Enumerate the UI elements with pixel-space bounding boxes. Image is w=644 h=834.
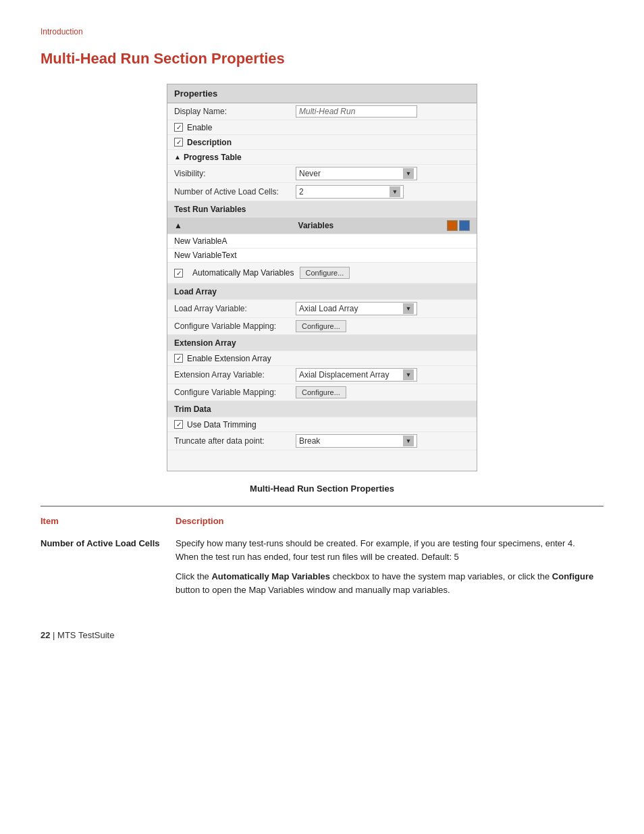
- auto-map-label: Automatically Map Variables: [192, 268, 294, 278]
- truncate-row: Truncate after data point: Break ▼: [167, 432, 477, 450]
- enable-checkbox[interactable]: ✓: [174, 123, 183, 132]
- active-load-cells-selected-value: 2: [299, 187, 304, 197]
- visibility-value-col: Never ▼: [296, 167, 470, 180]
- auto-map-checkbox[interactable]: ✓: [174, 269, 183, 278]
- table-desc-1-para-2: Click the Automatically Map Variables ch…: [176, 570, 598, 596]
- extension-dropdown-arrow-icon: ▼: [403, 369, 414, 380]
- variable-row-1: New VariableA: [167, 234, 477, 249]
- load-array-configure-button[interactable]: Configure...: [296, 320, 346, 332]
- table-header-row: Item Description: [41, 511, 603, 530]
- panel-bottom-padding: [167, 450, 477, 471]
- enable-extension-row: ✓ Enable Extension Array: [167, 351, 477, 366]
- trim-data-header: Trim Data: [167, 401, 477, 417]
- extension-configure-label: Configure Variable Mapping:: [174, 388, 296, 397]
- load-array-dropdown-arrow-icon: ▼: [403, 303, 414, 314]
- progress-table-label: Progress Table: [184, 153, 242, 162]
- display-name-input[interactable]: Multi-Head Run: [296, 105, 417, 118]
- extension-configure-row: Configure Variable Mapping: Configure...: [167, 384, 477, 401]
- load-array-header: Load Array: [167, 284, 477, 300]
- variable-buttons: [447, 220, 470, 231]
- extension-configure-button[interactable]: Configure...: [296, 386, 346, 398]
- variables-sub-header: ▲ Variables: [167, 217, 477, 234]
- use-data-trimming-label: Use Data Trimming: [187, 420, 257, 429]
- load-array-variable-row: Load Array Variable: Axial Load Array ▼: [167, 300, 477, 318]
- visibility-label: Visibility:: [174, 169, 296, 178]
- properties-panel: Properties Display Name: Multi-Head Run …: [167, 84, 477, 471]
- active-load-cells-select[interactable]: 2 ▼: [296, 185, 404, 199]
- use-data-trimming-checkbox[interactable]: ✓: [174, 420, 183, 429]
- footer: 22 | MTS TestSuite: [41, 630, 603, 640]
- load-array-configure-value-col: Configure...: [296, 320, 470, 332]
- description-label: Description: [187, 138, 232, 147]
- display-name-label: Display Name:: [174, 107, 296, 116]
- load-array-variable-select[interactable]: Axial Load Array ▼: [296, 302, 417, 315]
- active-load-cells-value-col: 2 ▼: [296, 185, 470, 199]
- active-load-cells-label: Number of Active Load Cells:: [174, 187, 296, 197]
- load-array-variable-selected-value: Axial Load Array: [299, 304, 358, 313]
- enable-extension-checkbox[interactable]: ✓: [174, 354, 183, 363]
- use-data-trimming-row: ✓ Use Data Trimming: [167, 417, 477, 432]
- enable-row: ✓ Enable: [167, 120, 477, 135]
- variable-row-2: New VariableText: [167, 249, 477, 263]
- figure-caption: Multi-Head Run Section Properties: [41, 484, 603, 494]
- table-desc-1: Specify how many test-runs should be cre…: [176, 530, 603, 603]
- active-load-cells-row: Number of Active Load Cells: 2 ▼: [167, 183, 477, 201]
- manage-variable-icon[interactable]: [459, 220, 470, 231]
- collapse-arrow-icon: ▲: [174, 153, 181, 161]
- auto-map-configure-button[interactable]: Configure...: [300, 267, 350, 279]
- col1-header: Item: [41, 511, 176, 530]
- truncate-select[interactable]: Break ▼: [296, 434, 417, 448]
- display-name-value-col: Multi-Head Run: [296, 105, 470, 118]
- load-array-configure-label: Configure Variable Mapping:: [174, 321, 296, 331]
- extension-variable-label: Extension Array Variable:: [174, 370, 296, 380]
- enable-extension-label: Enable Extension Array: [187, 354, 271, 363]
- active-load-cells-dropdown-arrow-icon: ▼: [390, 186, 400, 197]
- description-table: Item Description Number of Active Load C…: [41, 511, 603, 603]
- load-array-variable-value-col: Axial Load Array ▼: [296, 302, 470, 315]
- table-item-1: Number of Active Load Cells: [41, 530, 176, 603]
- extension-variable-value-col: Axial Displacement Array ▼: [296, 368, 470, 382]
- page-number: 22: [41, 630, 50, 640]
- progress-table-row: ▲ Progress Table: [167, 150, 477, 165]
- extension-configure-value-col: Configure...: [296, 386, 470, 398]
- display-name-row: Display Name: Multi-Head Run: [167, 103, 477, 120]
- description-row: ✓ Description: [167, 135, 477, 150]
- description-checkbox[interactable]: ✓: [174, 138, 183, 147]
- auto-map-bold: Automatically Map Variables: [211, 571, 330, 581]
- table-desc-1-para-1: Specify how many test-runs should be cre…: [176, 537, 598, 563]
- truncate-dropdown-arrow-icon: ▼: [403, 436, 414, 446]
- auto-map-row: ✓ Automatically Map Variables Configure.…: [167, 263, 477, 284]
- variables-header-label: Variables: [298, 221, 334, 230]
- product-name: MTS TestSuite: [57, 630, 114, 640]
- enable-label: Enable: [187, 123, 212, 132]
- load-array-variable-label: Load Array Variable:: [174, 304, 296, 313]
- visibility-selected-value: Never: [299, 169, 321, 178]
- variables-collapse-icon: ▲: [174, 221, 182, 230]
- visibility-row: Visibility: Never ▼: [167, 165, 477, 183]
- extension-variable-selected-value: Axial Displacement Array: [299, 370, 389, 380]
- truncate-selected-value: Break: [299, 436, 320, 446]
- breadcrumb: Introduction: [41, 27, 603, 36]
- extension-variable-row: Extension Array Variable: Axial Displace…: [167, 366, 477, 384]
- page-title: Multi-Head Run Section Properties: [41, 50, 603, 68]
- visibility-select[interactable]: Never ▼: [296, 167, 417, 180]
- visibility-dropdown-arrow-icon: ▼: [403, 168, 414, 179]
- truncate-label: Truncate after data point:: [174, 436, 296, 446]
- configure-bold: Configure: [552, 571, 593, 581]
- table-row-1: Number of Active Load Cells Specify how …: [41, 530, 603, 603]
- col2-header: Description: [176, 511, 603, 530]
- extension-array-header: Extension Array: [167, 335, 477, 351]
- section-divider: [41, 506, 603, 506]
- extension-variable-select[interactable]: Axial Displacement Array ▼: [296, 368, 417, 382]
- test-run-variables-header: Test Run Variables: [167, 201, 477, 217]
- add-variable-icon[interactable]: [447, 220, 458, 231]
- load-array-configure-row: Configure Variable Mapping: Configure...: [167, 318, 477, 335]
- truncate-value-col: Break ▼: [296, 434, 470, 448]
- panel-header: Properties: [167, 84, 477, 103]
